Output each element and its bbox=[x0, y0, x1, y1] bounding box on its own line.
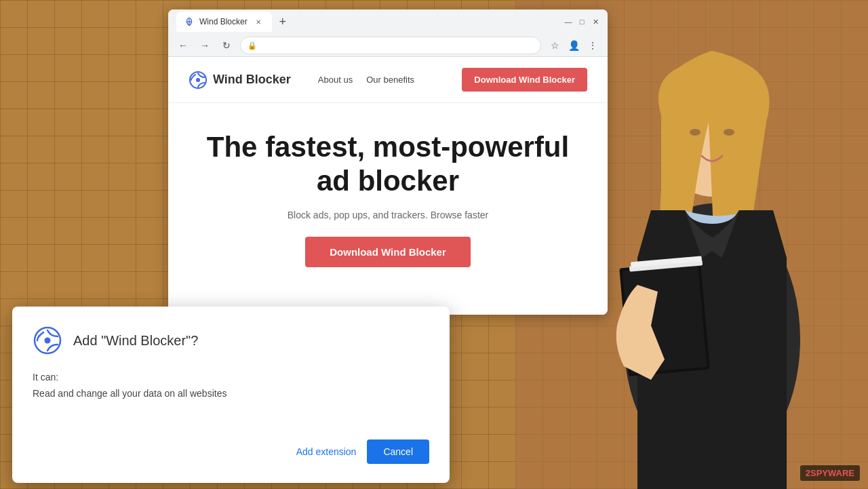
dialog-permission: Read and change all your data on all web… bbox=[33, 388, 429, 399]
watermark: 2SPYWARE bbox=[800, 465, 860, 481]
website-content: Wind Blocker About us Our benefits Downl… bbox=[168, 57, 608, 315]
logo-icon bbox=[189, 71, 208, 90]
site-logo: Wind Blocker bbox=[189, 71, 291, 90]
site-nav-links: About us Our benefits bbox=[318, 75, 414, 85]
browser-chrome: Wind Blocker ✕ + — □ ✕ ← → ↻ 🔒 ☆ 👤 ⋮ bbox=[168, 9, 608, 57]
menu-icon[interactable]: ⋮ bbox=[585, 37, 601, 54]
hero-download-button[interactable]: Download Wind Blocker bbox=[305, 237, 471, 267]
address-bar[interactable]: 🔒 bbox=[240, 37, 541, 54]
tab-title: Wind Blocker bbox=[199, 17, 248, 26]
nav-benefits[interactable]: Our benefits bbox=[366, 75, 414, 85]
lock-icon: 🔒 bbox=[248, 41, 257, 50]
browser-tab[interactable]: Wind Blocker ✕ bbox=[176, 12, 272, 32]
back-button[interactable]: ← bbox=[175, 37, 191, 54]
svg-point-5 bbox=[724, 129, 734, 136]
browser-window: Wind Blocker ✕ + — □ ✕ ← → ↻ 🔒 ☆ 👤 ⋮ bbox=[168, 9, 608, 315]
svg-point-4 bbox=[690, 129, 701, 136]
dialog-title: Add "Wind Blocker"? bbox=[73, 333, 198, 349]
tab-close-button[interactable]: ✕ bbox=[253, 16, 264, 27]
hero-subtitle: Block ads, pop ups, and trackers. Browse… bbox=[189, 210, 587, 220]
new-tab-button[interactable]: + bbox=[273, 12, 292, 31]
window-controls: — □ ✕ bbox=[564, 18, 599, 26]
dialog-body: It can: bbox=[33, 372, 429, 383]
maximize-button[interactable]: □ bbox=[578, 18, 586, 26]
watermark-prefix: 2 bbox=[806, 468, 810, 478]
browser-toolbar: ← → ↻ 🔒 ☆ 👤 ⋮ bbox=[168, 34, 608, 57]
browser-titlebar: Wind Blocker ✕ + — □ ✕ bbox=[168, 9, 608, 34]
hero-title: The fastest, most-powerful ad blocker bbox=[189, 130, 587, 199]
svg-point-12 bbox=[196, 78, 200, 82]
dialog-footer: Add extension Cancel bbox=[33, 439, 429, 464]
logo-text: Wind Blocker bbox=[213, 73, 291, 87]
site-navbar: Wind Blocker About us Our benefits Downl… bbox=[168, 57, 608, 103]
toolbar-icons: ☆ 👤 ⋮ bbox=[547, 37, 601, 54]
watermark-brand: SPYWARE bbox=[810, 468, 854, 478]
site-hero: The fastest, most-powerful ad blocker Bl… bbox=[168, 103, 608, 288]
svg-point-10 bbox=[188, 20, 191, 23]
forward-button[interactable]: → bbox=[197, 37, 213, 54]
minimize-button[interactable]: — bbox=[564, 18, 572, 26]
bookmark-icon[interactable]: ☆ bbox=[547, 37, 563, 54]
close-button[interactable]: ✕ bbox=[591, 18, 599, 26]
cancel-button[interactable]: Cancel bbox=[367, 439, 429, 464]
profile-icon[interactable]: 👤 bbox=[566, 37, 582, 54]
add-extension-button[interactable]: Add extension bbox=[296, 439, 357, 464]
dialog-header: Add "Wind Blocker"? bbox=[33, 326, 429, 355]
svg-point-14 bbox=[45, 338, 51, 344]
dialog-app-icon bbox=[33, 326, 62, 355]
extension-dialog: Add "Wind Blocker"? It can: Read and cha… bbox=[12, 307, 450, 483]
nav-download-button[interactable]: Download Wind Blocker bbox=[462, 68, 587, 92]
reload-button[interactable]: ↻ bbox=[218, 37, 235, 54]
tab-favicon-icon bbox=[184, 17, 194, 26]
nav-about[interactable]: About us bbox=[318, 75, 353, 85]
